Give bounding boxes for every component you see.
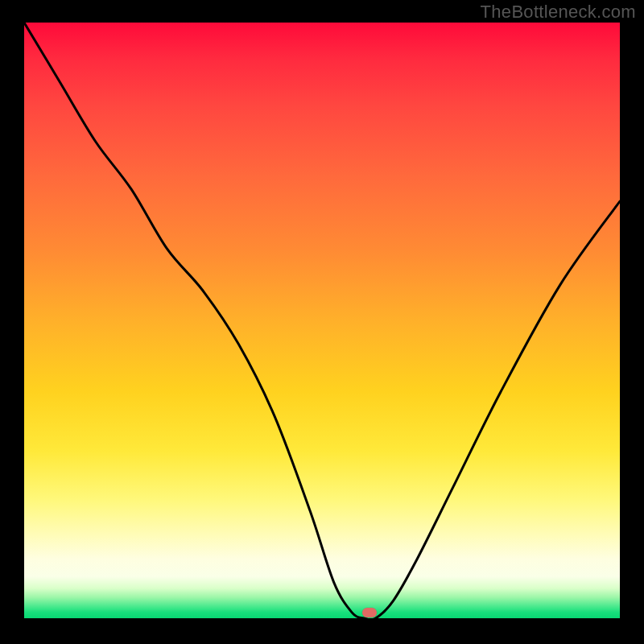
chart-frame: TheBottleneck.com bbox=[0, 0, 644, 644]
bottleneck-curve bbox=[24, 23, 620, 618]
curve-path bbox=[24, 23, 620, 618]
plot-area bbox=[24, 23, 620, 618]
watermark-text: TheBottleneck.com bbox=[481, 2, 636, 23]
optimal-point-marker bbox=[362, 608, 377, 617]
